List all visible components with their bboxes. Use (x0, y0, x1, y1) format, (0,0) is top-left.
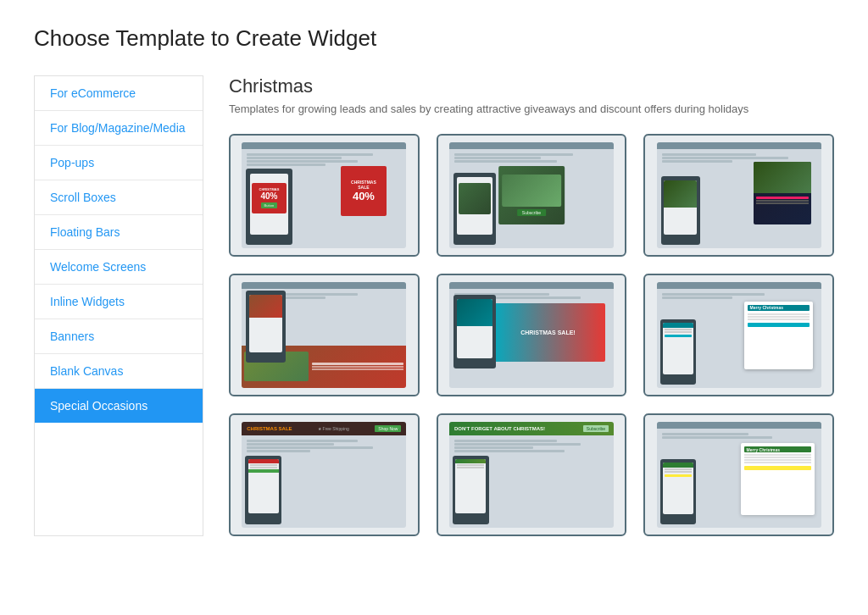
mockup-3 (645, 136, 832, 255)
template-card-8[interactable]: DON'T FORGET ABOUT CHRISTMAS! Subscribe (437, 413, 627, 536)
page-title: Choose Template to Create Widget (34, 25, 834, 52)
sidebar-item-blog[interactable]: For Blog/Magazine/Media (35, 111, 203, 146)
content-area: Christmas Templates for growing leads an… (203, 75, 834, 536)
template-card-2[interactable]: Subscribe (437, 134, 627, 257)
template-card-9[interactable]: Merry Christmas (643, 413, 834, 536)
page-container: Choose Template to Create Widget For eCo… (0, 0, 868, 562)
template-card-6[interactable]: Merry Christmas (643, 274, 834, 396)
category-title: Christmas (229, 75, 834, 97)
mockup-2: Subscribe (438, 136, 626, 255)
template-card-3[interactable] (643, 134, 834, 257)
template-card-5[interactable]: CHRISTMAS SALE! (437, 274, 627, 396)
mockup-6: Merry Christmas (645, 275, 832, 395)
sidebar-item-floating-bars[interactable]: Floating Bars (35, 215, 203, 250)
main-layout: For eCommerce For Blog/Magazine/Media Po… (34, 75, 834, 536)
template-card-7[interactable]: CHRISTMAS SALE ★ Free Shipping Shop Now (229, 413, 420, 536)
sidebar-item-popups[interactable]: Pop-ups (35, 146, 203, 180)
sidebar: For eCommerce For Blog/Magazine/Media Po… (34, 75, 203, 536)
sidebar-item-special-occasions[interactable]: Special Occasions (35, 389, 203, 423)
template-grid: CHRISTMASSALE 40% CHRISTMAS 40% (229, 134, 834, 536)
template-card-1[interactable]: CHRISTMASSALE 40% CHRISTMAS 40% (229, 134, 420, 257)
sidebar-item-banners[interactable]: Banners (35, 319, 203, 354)
sidebar-item-blank-canvas[interactable]: Blank Canvas (35, 354, 203, 389)
sidebar-item-welcome-screens[interactable]: Welcome Screens (35, 250, 203, 285)
mockup-4 (231, 275, 418, 395)
mockup-8: DON'T FORGET ABOUT CHRISTMAS! Subscribe (438, 415, 626, 535)
template-card-4[interactable] (229, 274, 420, 396)
mockup-1: CHRISTMASSALE 40% CHRISTMAS 40% (231, 136, 418, 255)
sidebar-item-scroll-boxes[interactable]: Scroll Boxes (35, 180, 203, 215)
mockup-9: Merry Christmas (645, 415, 832, 535)
sidebar-item-ecommerce[interactable]: For eCommerce (35, 76, 203, 111)
mockup-7: CHRISTMAS SALE ★ Free Shipping Shop Now (231, 415, 418, 535)
category-desc: Templates for growing leads and sales by… (229, 102, 834, 115)
mockup-5: CHRISTMAS SALE! (438, 275, 626, 395)
sidebar-item-inline-widgets[interactable]: Inline Widgets (35, 285, 203, 319)
